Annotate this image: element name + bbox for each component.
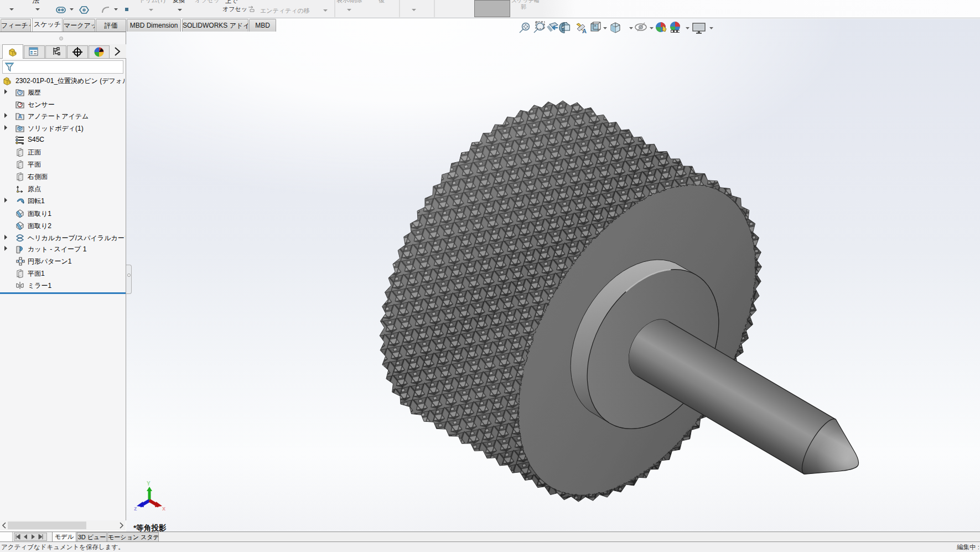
svg-text:x: x (162, 505, 166, 512)
svg-text:Y: Y (147, 481, 151, 487)
svg-text:z: z (134, 505, 137, 512)
svg-text:*等角投影: *等角投影 (133, 524, 167, 532)
svg-text:A: A (18, 114, 22, 120)
